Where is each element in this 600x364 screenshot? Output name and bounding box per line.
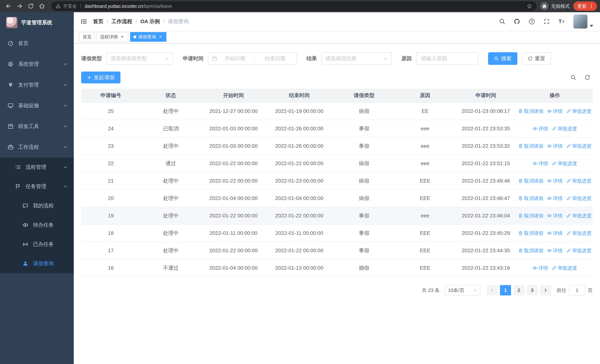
sidebar-item-task-management[interactable]: 任务管理 [0,177,74,196]
cancel-leave-link[interactable]: 取消请假 [518,108,543,114]
page-button-1[interactable]: 1 [500,285,511,295]
approval-progress-link[interactable]: 审批进度 [566,195,591,202]
browser-update-button[interactable]: 更新 [573,1,597,11]
result-select[interactable]: 请选择流结果 [321,52,392,65]
approval-progress-link[interactable]: 审批进度 [566,178,591,184]
approval-progress-link[interactable]: 审批进度 [552,125,577,132]
fold-sidebar-icon[interactable] [80,18,87,25]
github-icon[interactable] [511,15,523,28]
column-header: 状态 [141,92,201,99]
tab-close-icon[interactable]: × [120,34,125,39]
goto-suffix: 页 [588,287,593,294]
sidebar-item-my-processes[interactable]: 我的流程 [0,196,74,215]
cell-reason: eee [395,143,455,149]
detail-link[interactable]: 详情 [533,160,548,167]
approval-progress-link[interactable]: 审批进度 [552,265,577,271]
reload-icon[interactable] [25,0,36,12]
font-size-icon[interactable]: TT [555,15,567,28]
search-icon[interactable] [496,15,508,28]
cancel-leave-link[interactable]: 取消请假 [518,143,543,149]
breadcrumb-home[interactable]: 首页 [93,18,103,25]
create-leave-label: 发起请假 [94,74,114,81]
detail-link[interactable]: 详情 [547,143,562,149]
cell-start-time: 2022-01-22 00:00:00 [201,213,266,219]
detail-link[interactable]: 详情 [547,247,562,254]
gear-icon [7,61,14,67]
reason-input[interactable] [416,52,478,65]
prev-page-button[interactable] [487,285,498,295]
forward-icon[interactable] [14,0,25,12]
site-security-indicator[interactable]: 不安全 [56,3,77,9]
approval-progress-link[interactable]: 审批进度 [566,213,591,219]
op-label: 审批进度 [572,108,591,114]
approval-progress-link[interactable]: 审批进度 [566,143,591,149]
approval-progress-link[interactable]: 审批进度 [566,108,591,114]
home-icon[interactable] [36,0,47,12]
next-page-button[interactable] [540,285,551,295]
tab-home[interactable]: 首页 [79,32,95,42]
detail-link[interactable]: 详情 [533,265,548,271]
sidebar-item-done-tasks[interactable]: 已办任务 [0,235,74,254]
sidebar-item-label: 工作流程 [18,144,39,151]
sidebar-item-pending-tasks[interactable]: 待办任务 [0,215,74,235]
leave-type-select[interactable]: 请选择请假类型 [106,52,173,65]
sidebar-item-leave-query[interactable]: 请假查询 [0,254,74,273]
delete-icon [518,109,523,114]
cancel-leave-link[interactable]: 取消请假 [518,195,543,202]
cancel-leave-link[interactable]: 取消请假 [518,230,543,236]
chevron-down-icon [63,124,67,129]
refresh-table-icon[interactable] [584,75,590,80]
tab-leave-query[interactable]: 请假查询 × [130,32,166,42]
column-header: 请假类型 [333,92,395,99]
fullscreen-icon[interactable] [541,15,553,28]
sidebar-item-home[interactable]: 首页 [0,33,74,54]
detail-link[interactable]: 详情 [547,195,562,202]
approval-progress-link[interactable]: 审批进度 [552,160,577,167]
pagination: 共 23 条 10条/页 1 2 3 前往 [81,285,593,295]
create-leave-button[interactable]: 发起请假 [81,72,121,84]
bookmark-star-icon[interactable] [527,3,532,9]
search-button[interactable]: 搜索 [488,52,517,65]
tab-close-icon[interactable]: × [158,34,163,39]
reset-button[interactable]: 重置 [522,52,551,65]
sidebar-item-process-management[interactable]: 流程管理 [0,158,74,177]
apply-time-range-picker[interactable]: 开始日期 - 结束日期 [208,52,297,65]
cancel-leave-link[interactable]: 取消请假 [518,247,543,254]
detail-link[interactable]: 详情 [533,125,548,132]
goto-prefix: 前往 [557,287,566,294]
sidebar-item-label: 基础设施 [18,102,39,109]
help-icon[interactable]: ? [526,15,538,28]
detail-link[interactable]: 详情 [547,213,562,219]
detail-link[interactable]: 详情 [547,178,562,184]
goto-page-input[interactable] [569,285,585,295]
page-size-select[interactable]: 10条/页 [445,285,480,295]
tab-process-detail[interactable]: 流程详情 × [97,32,128,42]
sidebar-item-system-management[interactable]: 系统管理 [0,54,74,75]
cell-end-time: 2022-01-26 00:00:00 [266,126,333,131]
op-label: 取消请假 [524,230,543,236]
sidebar-item-infrastructure[interactable]: 基础设施 [0,95,74,116]
page-button-3[interactable]: 3 [527,285,538,295]
breadcrumb-workflow[interactable]: 工作流程 [112,18,132,25]
eye-icon [547,248,552,253]
menu-dots-icon[interactable] [587,2,596,10]
sidebar-item-payment-management[interactable]: ¥ 支付管理 [0,75,74,95]
chevron-down-icon [63,62,67,66]
approval-progress-link[interactable]: 审批进度 [566,230,591,236]
approval-progress-link[interactable]: 审批进度 [566,247,591,254]
user-menu[interactable] [573,14,593,28]
back-icon[interactable] [3,0,14,12]
sidebar-item-workflow[interactable]: 工作流程 [0,137,74,158]
toggle-search-icon[interactable] [570,75,576,80]
sidebar-item-dev-tools[interactable]: 研发工具 [0,116,74,137]
detail-link[interactable]: 详情 [547,108,562,114]
cancel-leave-link[interactable]: 取消请假 [518,213,543,219]
cell-end-time: 2022-01-22 00:00:00 [266,248,333,253]
breadcrumb-oa-example[interactable]: OA 示例 [141,18,160,25]
page-button-2[interactable]: 2 [513,285,525,295]
cancel-leave-link[interactable]: 取消请假 [518,178,543,184]
address-bar[interactable]: 不安全 dashboard.yudao.iocoder.cn/bpm/oa/le… [51,1,537,11]
sidebar-item-label: 研发工具 [18,123,39,130]
detail-link[interactable]: 详情 [547,230,562,236]
sidebar: 芋道管理系统 首页 系统管理 ¥ [0,12,74,364]
